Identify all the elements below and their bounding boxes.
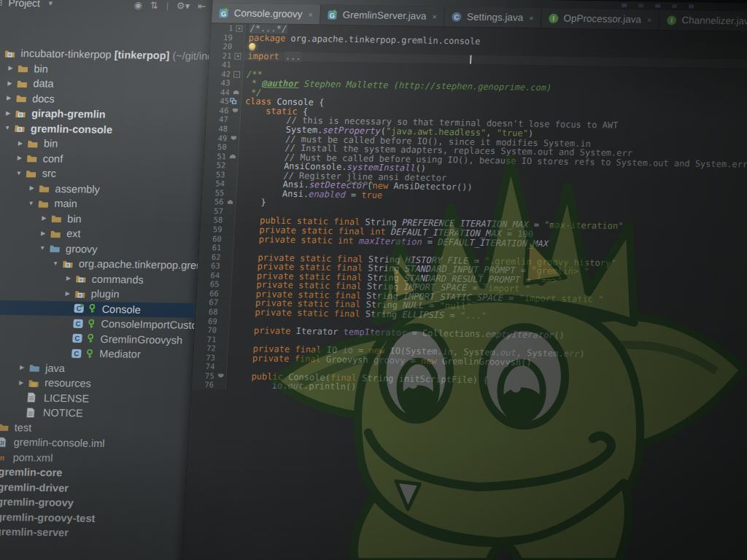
toolbar-mini-icon[interactable] [655,4,660,8]
collapse-all-icon[interactable]: ⇅ [150,0,159,11]
folder-src-icon [28,362,43,373]
line-number: 42 [209,69,231,79]
class-gutter-icon[interactable] [230,98,237,105]
toolbar-mini-icon[interactable] [689,4,694,8]
intention-bulb-icon[interactable] [249,43,255,50]
fold-start-icon[interactable] [218,373,224,378]
class-icon: C [72,318,87,330]
chevron-collapsed-icon[interactable]: ▶ [3,79,16,86]
chevron-expanded-icon[interactable]: ▼ [24,200,37,206]
folder-icon [25,167,39,179]
svg-text:C: C [454,13,460,21]
gutter: 20 [210,42,245,51]
line-number: 74 [193,362,215,371]
line-number: 63 [198,261,221,271]
chevron-collapsed-icon[interactable]: ▶ [37,215,50,222]
class-icon: C [71,348,85,359]
gutter: 61 [199,243,234,252]
tree-item-label: org.apache.tinkerpop.gremlin.console [79,258,212,273]
chevron-collapsed-icon[interactable]: ▶ [14,140,27,147]
chevron-collapsed-icon[interactable]: ▶ [2,95,15,101]
chevron-collapsed-icon[interactable]: ▶ [4,65,17,71]
tab-Channelizer.java[interactable]: IChannelizer.java× [659,10,747,31]
folder-icon [27,137,42,149]
chevron-expanded-icon[interactable]: ▼ [12,170,26,176]
toolbar-mini-icon[interactable] [638,4,643,7]
line-number: 75 [192,371,214,381]
folder-module-icon [15,107,29,119]
gutter: 21+ [209,51,244,61]
fold-start-icon[interactable] [231,136,236,140]
folder-icon [50,228,64,239]
iface-file-icon: I [666,15,678,26]
project-panel: ⊞ Project ▼ ◉⇅|⚙▾⇤ ▼ incubator-tinkerpop… [0,0,213,560]
svg-text:C: C [74,335,80,343]
line-number: 58 [201,215,223,225]
class-icon: C [71,332,86,344]
close-tab-icon[interactable]: × [647,15,652,24]
line-number: 46 [206,106,229,115]
chevron-expanded-icon[interactable]: ▼ [49,260,62,266]
chevron-collapsed-icon[interactable]: ▶ [15,364,28,370]
gutter: 66 [197,289,232,298]
file-mvn-icon: m [0,451,10,463]
fold-end-icon[interactable] [227,200,233,204]
intellij-window: ⊞ Project ▼ ◉⇅|⚙▾⇤ ▼ incubator-tinkerpop… [0,0,747,560]
tab-OpProcessor.java[interactable]: IOpProcessor.java× [541,8,660,30]
chevron-collapsed-icon[interactable]: ▶ [61,290,74,297]
line-number: 52 [204,160,226,170]
close-tab-icon[interactable]: × [529,13,534,22]
gutter: 58 [201,215,236,225]
line-number: 55 [202,188,225,198]
tab-Settings.java[interactable]: CSettings.java× [444,7,542,28]
folder-icon [0,421,12,433]
tab-label: OpProcessor.java [563,13,641,26]
chevron-collapsed-icon[interactable]: ▶ [62,275,75,281]
gutter: 55 [202,188,237,198]
tree-item-label: gremlin-groovy-test [0,511,96,524]
gutter: 41 [209,60,244,69]
chevron-collapsed-icon[interactable]: ▶ [13,155,26,161]
tree-item-label: gremlin-console.iml [13,436,105,449]
line-number: 41 [209,60,231,69]
fold-start-icon[interactable] [232,108,238,112]
fold-marker-icon[interactable]: - [233,71,240,77]
toolbar-mini-icon[interactable] [622,4,627,7]
chevron-expanded-icon[interactable]: ▼ [1,125,14,131]
project-panel-icon: ⊞ [0,0,3,7]
chevron-collapsed-icon[interactable]: ▶ [1,109,15,116]
toolbar-mini-icon[interactable] [672,4,677,8]
tree-item-label: gremlin-server [0,526,69,539]
iface-file-icon: I [548,12,560,23]
close-tab-icon[interactable]: × [308,10,313,19]
public-key-icon [88,319,95,328]
chevron-collapsed-icon[interactable]: ▶ [15,379,28,386]
tree-item-label: test [14,421,31,433]
file-iml-icon: JI [0,436,11,448]
gutter: 68 [196,307,231,316]
fold-marker-icon[interactable]: + [236,26,242,32]
public-key-icon [88,304,96,314]
gutter: 50 [204,142,239,152]
project-tree[interactable]: ▼ incubator-tinkerpop [tinkerpop] (~/git… [0,13,211,560]
folder-pkg-icon [62,257,77,269]
locate-icon[interactable]: ◉ [133,0,142,10]
fold-marker-icon[interactable]: + [234,52,241,59]
close-tab-icon[interactable]: × [432,12,437,20]
tab-GremlinServer.java[interactable]: GGremlinServer.java× [320,4,446,26]
code-editor[interactable]: 1+/*...*/19package org.apache.tinkerpop.… [181,23,747,560]
hide-panel-icon[interactable]: ⇤ [198,1,206,12]
gutter: 45 [207,96,242,106]
tree-item-gremlin-server[interactable]: gremlin-server [0,524,183,542]
fold-end-icon[interactable] [233,90,239,94]
chevron-down-icon[interactable]: ▼ [47,0,54,7]
tree-item-label: resources [44,377,91,389]
fold-end-icon[interactable] [230,154,236,158]
line-number: 45 [207,96,230,106]
gutter: 42- [209,69,244,79]
settings-gear-icon[interactable]: ⚙▾ [177,0,190,11]
chevron-collapsed-icon[interactable]: ▶ [36,230,50,236]
tab-Console.groovy[interactable]: GConsole.groovy× [212,3,322,24]
chevron-expanded-icon[interactable]: ▼ [36,245,49,252]
chevron-collapsed-icon[interactable]: ▶ [25,184,38,191]
